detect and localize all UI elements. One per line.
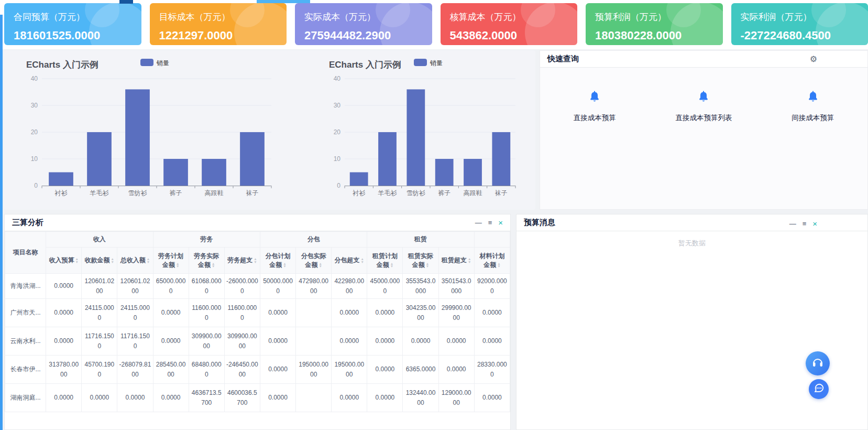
table-col-header-sort[interactable]: 劳务计划金额▲▼ <box>153 248 189 274</box>
sort-icon[interactable]: ▲▼ <box>176 262 179 268</box>
gear-icon[interactable]: ⚙ <box>810 54 817 64</box>
analysis-title: 三算分析 <box>12 218 43 228</box>
table-cell: 65000.0000 <box>153 274 189 299</box>
sort-icon[interactable]: ▲▼ <box>283 262 286 268</box>
table-col-header-sort[interactable]: 劳务超支▲▼ <box>224 248 260 274</box>
table-row-1[interactable]: 广州市天... 0.000024115.000024115.00000.0000… <box>5 299 510 327</box>
table-cell: 11600.0000 <box>224 299 260 327</box>
table-col-header-sort[interactable]: 租赁计划金额▲▼ <box>367 248 403 274</box>
chart-title: ECharts 入门示例 <box>26 60 98 70</box>
kpi-card-2: 实际成本（万元） 275944482.2900 <box>295 3 432 45</box>
sort-icon[interactable]: ▲▼ <box>390 262 393 268</box>
project-name-cell: 青海洪湖... <box>5 274 46 299</box>
minimize-icon[interactable]: — <box>475 219 482 226</box>
bar[interactable] <box>492 132 510 186</box>
sort-icon[interactable]: ▲▼ <box>318 262 322 268</box>
table-col-header-sort[interactable]: 分包计划金额▲▼ <box>260 248 295 274</box>
table-col-header-sort[interactable]: 劳务实际金额▲▼ <box>189 248 224 274</box>
table-col-header-sort[interactable]: 租赁实际金额▲▼ <box>403 248 438 274</box>
table-cell: 0.0000 <box>260 327 295 356</box>
table-cell: 0.0000 <box>332 384 367 412</box>
bar[interactable] <box>87 132 112 186</box>
minimize-icon[interactable]: — <box>789 220 796 227</box>
x-axis-label: 裤子 <box>438 189 451 197</box>
bar[interactable] <box>202 159 226 186</box>
table-col-header-sort[interactable]: 分包实际金额▲▼ <box>296 248 332 274</box>
bar[interactable] <box>163 159 188 186</box>
sort-icon[interactable]: ▲▼ <box>426 262 429 268</box>
sort-icon[interactable]: ▲▼ <box>254 257 257 263</box>
table-cell: 120601.0200 <box>117 274 153 299</box>
table-col-group: 劳务 <box>153 232 260 248</box>
sort-icon[interactable]: ▲▼ <box>147 257 150 263</box>
table-cell: 299900.0000 <box>438 299 474 327</box>
table-row-0[interactable]: 青海洪湖... 0.0000120601.0200120601.02006500… <box>5 274 510 299</box>
sort-icon[interactable]: ▲▼ <box>212 262 215 268</box>
menu-icon[interactable]: ≡ <box>803 220 807 227</box>
sales-bar-chart-2: ECharts 入门示例销量010203040衬衫羊毛衫雪纺衫裤子高跟鞋袜子 <box>314 53 524 202</box>
analysis-table: 项目名称 收入劳务分包租赁 收入预算▲▼收款金额▲▼总收入额▲▼劳务计划金额▲▼… <box>5 231 510 412</box>
close-icon[interactable]: × <box>498 219 503 227</box>
table-cell: 0.0000 <box>117 384 153 412</box>
kpi-card-1: 目标成本（万元） 1221297.0000 <box>150 3 287 45</box>
quick-query-item-2[interactable]: 间接成本预算 <box>759 90 867 123</box>
table-cell: 472980.0000 <box>296 274 332 299</box>
table-col-header-sort[interactable]: 租赁超支▲▼ <box>438 248 474 274</box>
table-cell: 24115.0000 <box>117 299 153 327</box>
quick-query-item-0[interactable]: 直接成本预算 <box>540 90 649 123</box>
table-row-3[interactable]: 长春市伊... 313780.000045700.1900-268079.810… <box>5 356 510 384</box>
table-cell: 11600.0000 <box>189 299 224 327</box>
y-axis-tick: 10 <box>334 155 341 163</box>
legend-item[interactable]: 销量 <box>414 59 443 67</box>
table-col-header-sort[interactable]: 分包超支▲▼ <box>332 248 367 274</box>
table-cell: 0.0000 <box>260 384 295 412</box>
close-icon[interactable]: × <box>812 220 817 228</box>
sort-icon[interactable]: ▲▼ <box>75 257 78 263</box>
kpi-card-value: 181601525.0000 <box>14 29 132 42</box>
table-cell: 195000.0000 <box>296 356 332 384</box>
kpi-card-label: 实际成本（万元） <box>304 11 423 23</box>
table-cell: 0.0000 <box>46 274 82 299</box>
quick-query-item-1[interactable]: 直接成本预算列表 <box>649 90 758 123</box>
sort-icon[interactable]: ▲▼ <box>111 257 114 263</box>
table-row-2[interactable]: 云南水利... 0.000011716.150011716.15000.0000… <box>5 327 510 356</box>
bar[interactable] <box>49 173 73 186</box>
table-cell: 0.0000 <box>474 327 510 356</box>
left-edge-strip <box>0 15 3 430</box>
bar-chart: ECharts 入门示例销量010203040衬衫羊毛衫雪纺衫裤子高跟鞋袜子 <box>314 53 524 200</box>
kpi-card-4: 预算利润（万元） 180380228.0000 <box>586 3 723 45</box>
bar[interactable] <box>464 159 482 186</box>
table-cell: 0.0000 <box>260 299 295 327</box>
chat-button[interactable] <box>809 379 829 399</box>
x-axis-label: 裤子 <box>170 189 182 197</box>
table-cell: 28330.0000 <box>474 356 510 384</box>
table-cell: 0.0000 <box>403 327 438 356</box>
bar[interactable] <box>435 159 454 186</box>
y-axis-tick: 40 <box>334 75 341 82</box>
table-cell: 45700.1900 <box>82 356 117 384</box>
kpi-card-0: 合同预算（万元） 181601525.0000 <box>4 3 141 45</box>
table-col-header-sort[interactable]: 收入预算▲▼ <box>46 248 82 274</box>
legend-item[interactable]: 销量 <box>140 59 169 67</box>
analysis-header: 三算分析 — ≡ × <box>5 214 510 231</box>
customer-service-button[interactable] <box>806 351 830 375</box>
bar[interactable] <box>125 89 150 186</box>
table-col-header-sort[interactable]: 总收入额▲▼ <box>117 248 153 274</box>
table-cell: 92000.0000 <box>474 274 510 299</box>
table-row-4[interactable]: 湖南洞庭... 0.00000.00000.00000.00004636713.… <box>5 384 510 412</box>
bar[interactable] <box>350 173 368 186</box>
sort-icon[interactable]: ▲▼ <box>468 257 471 263</box>
bar[interactable] <box>240 132 265 186</box>
bar[interactable] <box>406 89 425 186</box>
bar-chart: ECharts 入门示例销量010203040衬衫羊毛衫雪纺衫裤子高跟鞋袜子 <box>12 53 280 200</box>
table-cell: 11716.1500 <box>117 327 153 356</box>
table-col-header-sort[interactable]: 收款金额▲▼ <box>82 248 117 274</box>
bar[interactable] <box>378 132 397 186</box>
table-cell: 0.0000 <box>474 384 510 412</box>
quick-query-item-label: 间接成本预算 <box>792 113 834 123</box>
menu-icon[interactable]: ≡ <box>488 219 492 226</box>
sort-icon[interactable]: ▲▼ <box>497 262 500 268</box>
sort-icon[interactable]: ▲▼ <box>361 257 364 263</box>
table-col-header-sort[interactable]: 材料计划金额▲▼ <box>474 248 510 274</box>
table-cell: 4636713.5700 <box>189 384 224 412</box>
